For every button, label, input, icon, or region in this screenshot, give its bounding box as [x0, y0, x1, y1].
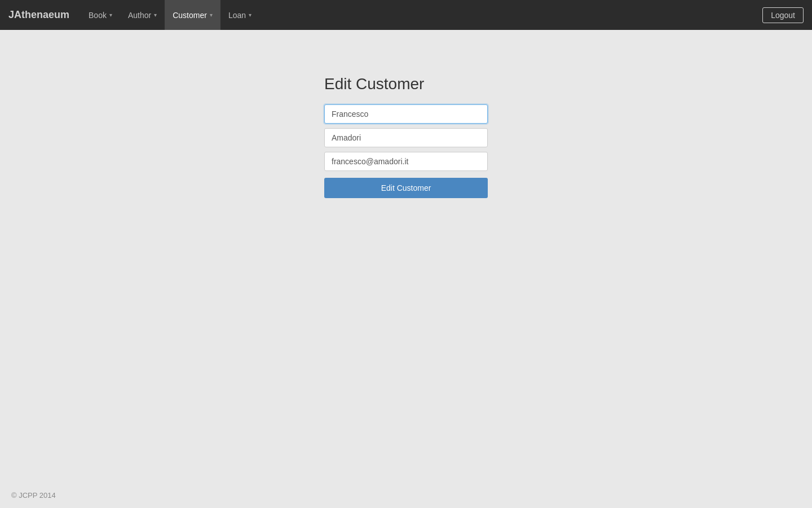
email-group: [324, 152, 488, 171]
email-input[interactable]: [324, 152, 488, 171]
footer: © JCPP 2014: [0, 483, 67, 508]
nav-item-book[interactable]: Book ▾: [81, 0, 120, 30]
nav-label-book: Book: [89, 11, 107, 20]
nav-label-loan: Loan: [228, 11, 246, 20]
app-brand[interactable]: JAthenaeum: [8, 9, 69, 21]
first-name-group: [324, 104, 488, 124]
navbar-right: Logout: [762, 7, 804, 23]
main-content: Edit Customer Edit Customer: [0, 30, 812, 198]
nav-item-loan[interactable]: Loan ▾: [220, 0, 259, 30]
logout-button[interactable]: Logout: [762, 7, 804, 23]
edit-customer-button[interactable]: Edit Customer: [324, 178, 488, 198]
chevron-down-icon: ▾: [249, 12, 251, 18]
chevron-down-icon: ▾: [109, 12, 112, 18]
navbar-left: JAthenaeum Book ▾ Author ▾ Customer ▾ Lo…: [8, 0, 259, 30]
nav-item-author[interactable]: Author ▾: [120, 0, 165, 30]
last-name-input[interactable]: [324, 128, 488, 147]
chevron-down-icon: ▾: [154, 12, 157, 18]
nav-label-author: Author: [128, 11, 151, 20]
chevron-down-icon: ▾: [210, 12, 213, 18]
nav-item-customer[interactable]: Customer ▾: [165, 0, 220, 30]
form-title: Edit Customer: [324, 75, 488, 93]
copyright-text: © JCPP 2014: [11, 491, 56, 500]
last-name-group: [324, 128, 488, 147]
edit-customer-form: Edit Customer Edit Customer: [324, 75, 488, 198]
nav-label-customer: Customer: [173, 11, 207, 20]
first-name-input[interactable]: [324, 104, 488, 124]
navbar: JAthenaeum Book ▾ Author ▾ Customer ▾ Lo…: [0, 0, 812, 30]
